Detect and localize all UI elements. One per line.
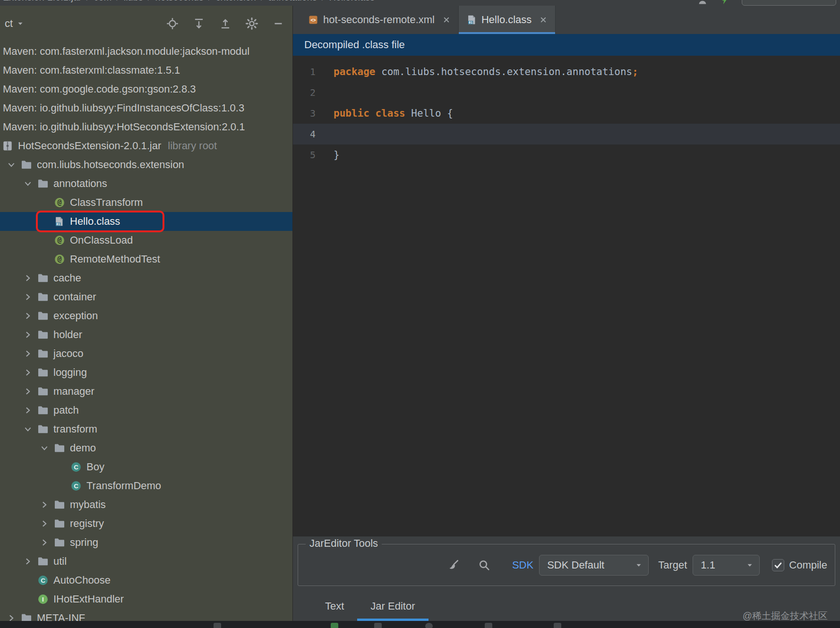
class-icon: C [70, 480, 86, 492]
annotation-icon: @ [54, 235, 69, 246]
tree-row-logging[interactable]: logging [0, 363, 292, 382]
decompiled-banner: Decompiled .class file [293, 34, 840, 56]
search-icon[interactable] [477, 558, 491, 572]
tree-row-registry[interactable]: registry [0, 514, 292, 533]
folder-icon [37, 348, 52, 359]
chevron-right-icon [18, 292, 37, 302]
svg-text:@: @ [57, 198, 61, 207]
tree-row-exception[interactable]: exception [0, 306, 292, 325]
chevron-right-icon [35, 538, 54, 547]
mode-tab-jar-editor[interactable]: Jar Editor [357, 592, 428, 621]
code-editor[interactable]: 1package com.liubs.hotseconds.extension.… [293, 56, 840, 536]
tree-row-mybatis[interactable]: mybatis [0, 495, 292, 514]
breadcrumb-item-extension-2-0-1-jar[interactable]: Extension-2.0.1.jar [3, 0, 82, 2]
tree-row-manager[interactable]: manager [0, 382, 292, 401]
brush-icon[interactable] [446, 558, 460, 572]
jareditor-tools-groupbox: JarEditor Tools SDK SDK Default Target 1… [298, 544, 835, 586]
run-config-select[interactable] [742, 0, 836, 6]
run-icon[interactable] [720, 0, 729, 5]
sdk-label: SDK [512, 559, 533, 571]
tree-row-suffix: library root [168, 140, 217, 152]
tree-row-label: util [53, 555, 67, 568]
collapse-all-icon[interactable] [219, 17, 232, 30]
tree-row-transform[interactable]: transform [0, 420, 292, 439]
project-toolbar: ct [0, 6, 292, 42]
expand-all-icon[interactable] [192, 17, 206, 30]
tree-row-label: holder [53, 329, 82, 341]
tree-row-spring[interactable]: spring [0, 533, 292, 552]
breadcrumb-item-extension[interactable]: extension [215, 0, 256, 2]
folder-icon [37, 405, 52, 416]
mode-tab-text[interactable]: Text [312, 592, 357, 621]
project-view-selector[interactable]: ct [5, 17, 24, 30]
sdk-select[interactable]: SDK Default [539, 555, 649, 576]
tree-row-boy[interactable]: CBoy [0, 458, 292, 476]
tree-row-remotemethodtest[interactable]: @RemoteMethodTest [0, 250, 292, 269]
tree-row-holder[interactable]: holder [0, 325, 292, 344]
chevron-right-icon [18, 330, 37, 339]
tree-row-label: Boy [86, 461, 104, 473]
tree-row-jacoco[interactable]: jacoco [0, 344, 292, 363]
tree-row-label: annotations [53, 178, 107, 190]
breadcrumb-separator: / [116, 0, 119, 2]
tree-row-onclassload[interactable]: @OnClassLoad [0, 231, 292, 250]
chevron-right-icon [18, 368, 37, 377]
breadcrumb-separator: / [148, 0, 151, 2]
tree-row-maven-com-google-code-gson-gson-2-8-3[interactable]: Maven: com.google.code.gson:gson:2.8.3 [0, 80, 292, 99]
tree-row-demo[interactable]: demo [0, 439, 292, 458]
hide-panel-icon[interactable] [272, 17, 285, 30]
tree-row-maven-com-fasterxml-jackson-module-jackson-modul[interactable]: Maven: com.fasterxml.jackson.module:jack… [0, 42, 292, 61]
profile-icon[interactable] [697, 0, 708, 5]
tree-row-autochoose[interactable]: CAutoChoose [0, 571, 292, 590]
settings-icon[interactable] [245, 17, 258, 30]
status-bar [0, 621, 840, 628]
tree-row-maven-io-github-liubsyy-findinstancesofclass-1-0-3[interactable]: Maven: io.github.liubsyy:FindInstancesOf… [0, 99, 292, 118]
status-bar-icon[interactable] [374, 623, 382, 628]
tree-row-label: manager [53, 385, 94, 398]
close-tab-icon[interactable] [442, 16, 451, 24]
breadcrumb-bar[interactable]: Extension-2.0.1.jar/com/liubs/hotseconds… [0, 0, 840, 6]
folder-icon [54, 442, 69, 454]
tree-row-util[interactable]: util [0, 552, 292, 571]
tree-row-transformdemo[interactable]: CTransformDemo [0, 476, 292, 495]
tree-row-annotations[interactable]: annotations [0, 174, 292, 193]
tree-row-hello-class[interactable]: 01Hello.class [0, 212, 292, 231]
tree-row-classtransform[interactable]: @ClassTransform [0, 193, 292, 212]
line-number: 2 [293, 87, 334, 98]
status-bar-icon[interactable] [554, 623, 561, 628]
status-bar-icon[interactable] [214, 623, 221, 628]
tree-row-ihotexthandler[interactable]: IIHotExtHandler [0, 590, 292, 609]
tree-row-container[interactable]: container [0, 288, 292, 306]
breadcrumb-item-hello-class[interactable]: Hello.class [329, 0, 375, 2]
tree-row-com-liubs-hotseconds-extension[interactable]: com.liubs.hotseconds.extension [0, 155, 292, 174]
tree-row-maven-io-github-liubsyy-hotsecondsextension-2-0-1[interactable]: Maven: io.github.liubsyy:HotSecondsExten… [0, 118, 292, 136]
tree-row-hotsecondsextension-2-0-1-jar[interactable]: HotSecondsExtension-2.0.1.jarlibrary roo… [0, 136, 292, 155]
tree-row-label: jacoco [53, 348, 84, 360]
breadcrumb-item-hotseconds[interactable]: hotseconds [155, 0, 203, 2]
breadcrumb-item-liubs[interactable]: liubs [124, 0, 143, 2]
class-file-icon: 01 [54, 216, 69, 227]
status-bar-icon[interactable] [425, 623, 433, 628]
target-select[interactable]: 1.1 [693, 555, 760, 576]
close-tab-icon[interactable] [539, 16, 548, 24]
chevron-down-icon [35, 443, 54, 453]
tree-row-patch[interactable]: patch [0, 401, 292, 420]
tree-row-label: AutoChoose [53, 574, 111, 586]
folder-icon [37, 178, 52, 189]
editor-tab-hot-seconds-remote-xml[interactable]: <>hot-seconds-remote.xml [300, 6, 459, 34]
tree-row-label: RemoteMethodTest [70, 253, 160, 265]
status-bar-icon[interactable] [331, 623, 338, 628]
editor-tab-hello-class[interactable]: 01Hello.class [459, 6, 556, 34]
code-text: } [334, 149, 340, 161]
breadcrumb-item-annotations[interactable]: annotations [268, 0, 317, 2]
tree-row-maven-com-fasterxml-classmate-1-5-1[interactable]: Maven: com.fasterxml:classmate:1.5.1 [0, 61, 292, 80]
locate-icon[interactable] [166, 17, 179, 30]
compile-checkbox[interactable] [772, 559, 784, 571]
status-bar-icon[interactable] [485, 623, 492, 628]
project-tool-window: ct Maven: com.fasterxml.jackson.module:j… [0, 6, 293, 621]
breadcrumb-item-com[interactable]: com [94, 0, 111, 2]
tree-row-meta-inf[interactable]: META-INF [0, 609, 292, 621]
jar-icon [2, 140, 17, 152]
tree-row-cache[interactable]: cache [0, 269, 292, 288]
folder-icon [54, 499, 69, 510]
